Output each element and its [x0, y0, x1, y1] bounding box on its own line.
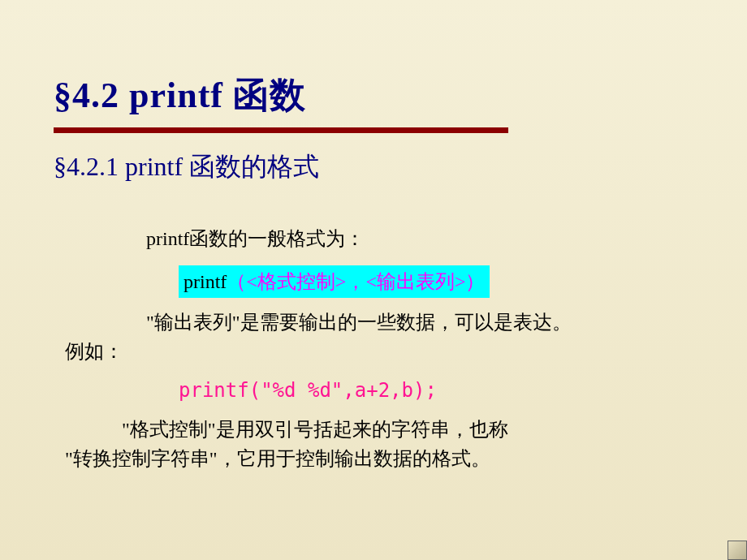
intro-text: printf函数的一般格式为：: [65, 224, 698, 253]
corner-decoration: [728, 541, 747, 560]
syntax-params: （<格式控制>，<输出表列>）: [227, 271, 485, 292]
content-area: printf函数的一般格式为： printf（<格式控制>，<输出表列>） "输…: [0, 185, 747, 473]
output-desc-line2: 例如：: [65, 337, 698, 366]
subtitle: §4.2.1 printf 函数的格式: [0, 133, 747, 185]
format-desc-line2: "转换控制字符串"，它用于控制输出数据的格式。: [65, 444, 698, 473]
output-desc-line1: "输出表列"是需要输出的一些数据，可以是表达。: [65, 308, 698, 337]
syntax-highlight: printf（<格式控制>，<输出表列>）: [179, 265, 490, 298]
title-underline: [54, 127, 508, 133]
example-code: printf("%d %d",a+2,b);: [65, 376, 698, 405]
main-title: §4.2 printf 函数: [0, 0, 747, 119]
format-desc-line1: "格式控制"是用双引号括起来的字符串，也称: [65, 415, 698, 444]
printf-keyword: printf: [184, 271, 227, 292]
